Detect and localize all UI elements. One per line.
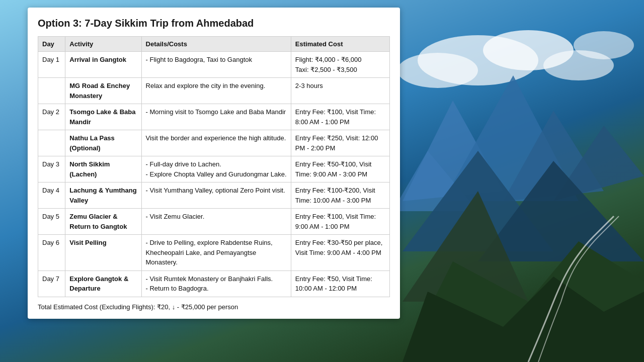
cell-details: - Flight to Bagdogra, Taxi to Gangtok: [141, 52, 291, 78]
cell-activity: MG Road & Enchey Monastery: [65, 78, 141, 104]
cell-day: Day 7: [38, 270, 65, 297]
svg-point-4: [574, 31, 634, 59]
cell-activity: North Sikkim (Lachen): [65, 156, 141, 183]
table-row: Nathu La Pass (Optional)Visit the border…: [38, 130, 390, 156]
table-row: Day 4Lachung & Yumthang Valley- Visit Yu…: [38, 183, 390, 209]
cell-cost: Entry Fee: ₹100-₹200, Visit Time: 10:00 …: [291, 183, 389, 209]
cell-cost: Flight: ₹4,000 - ₹6,000Taxi: ₹2,500 - ₹3…: [291, 52, 389, 78]
cell-cost: Entry Fee: ₹100, Visit Time: 8:00 AM - 1…: [291, 104, 389, 130]
cell-cost: Entry Fee: ₹30-₹50 per place, Visit Time…: [291, 235, 389, 271]
cell-details: - Visit Rumtek Monastery or Banjhakri Fa…: [141, 270, 291, 297]
total-cost: Total Estimated Cost (Excluding Flights)…: [38, 303, 390, 311]
itinerary-card: Option 3: 7-Day Sikkim Trip from Ahmedab…: [28, 8, 400, 319]
table-row: Day 2Tsomgo Lake & Baba Mandir- Morning …: [38, 104, 390, 130]
cell-activity: Visit Pelling: [65, 235, 141, 271]
itinerary-table: Day Activity Details/Costs Estimated Cos…: [38, 36, 390, 297]
table-row: Day 6Visit Pelling- Drive to Pelling, ex…: [38, 235, 390, 271]
cell-activity: Arrival in Gangtok: [65, 52, 141, 78]
table-row: Day 3North Sikkim (Lachen)- Full-day dri…: [38, 156, 390, 183]
cell-activity: Explore Gangtok & Departure: [65, 270, 141, 297]
cell-cost: 2-3 hours: [291, 78, 389, 104]
header-cost: Estimated Cost: [291, 37, 389, 52]
cell-details: Relax and explore the city in the evenin…: [141, 78, 291, 104]
cell-details: Visit the border and experience the high…: [141, 130, 291, 156]
header-activity: Activity: [65, 37, 141, 52]
cell-cost: Entry Fee: ₹50-₹100, Visit Time: 9:00 AM…: [291, 156, 389, 183]
cell-cost: Entry Fee: ₹100, Visit Time: 9:00 AM - 1…: [291, 209, 389, 235]
cell-day: Day 2: [38, 104, 65, 130]
svg-point-2: [397, 53, 478, 88]
cell-day: [38, 130, 65, 156]
cell-cost: Entry Fee: ₹250, Visit: 12:00 PM - 2:00 …: [291, 130, 389, 156]
cell-activity: Tsomgo Lake & Baba Mandir: [65, 104, 141, 130]
cell-activity: Lachung & Yumthang Valley: [65, 183, 141, 209]
cell-activity: Zemu Glacier & Return to Gangtok: [65, 209, 141, 235]
cell-day: Day 3: [38, 156, 65, 183]
cell-details: - Visit Zemu Glacier.: [141, 209, 291, 235]
table-row: Day 1Arrival in Gangtok- Flight to Bagdo…: [38, 52, 390, 78]
cell-details: - Visit Yumthang Valley, optional Zero P…: [141, 183, 291, 209]
table-row: MG Road & Enchey MonasteryRelax and expl…: [38, 78, 390, 104]
header-details: Details/Costs: [141, 37, 291, 52]
cell-day: Day 1: [38, 52, 65, 78]
cell-activity: Nathu La Pass (Optional): [65, 130, 141, 156]
cell-details: - Drive to Pelling, explore Rabdentse Ru…: [141, 235, 291, 271]
cell-day: Day 4: [38, 183, 65, 209]
card-title: Option 3: 7-Day Sikkim Trip from Ahmedab…: [38, 18, 390, 29]
cell-cost: Entry Fee: ₹50, Visit Time: 10:00 AM - 1…: [291, 270, 389, 297]
cell-day: Day 5: [38, 209, 65, 235]
cell-day: Day 6: [38, 235, 65, 271]
cell-details: - Full-day drive to Lachen.- Explore Cho…: [141, 156, 291, 183]
cell-day: [38, 78, 65, 104]
cell-details: - Morning visit to Tsomgo Lake and Baba …: [141, 104, 291, 130]
header-day: Day: [38, 37, 65, 52]
table-row: Day 7Explore Gangtok & Departure- Visit …: [38, 270, 390, 297]
table-row: Day 5Zemu Glacier & Return to Gangtok- V…: [38, 209, 390, 235]
